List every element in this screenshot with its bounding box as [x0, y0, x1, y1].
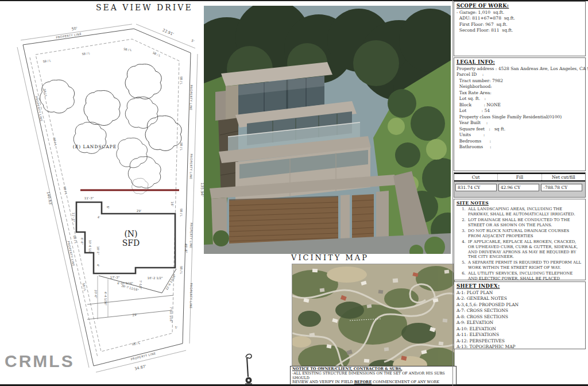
net-cutfill-value: -788.78 CY	[541, 184, 582, 191]
sheet-index-title: SHEET INDEX:	[457, 283, 583, 290]
svg-text:20'-6": 20'-6"	[94, 290, 98, 298]
svg-text:SB / L: SB / L	[180, 209, 183, 217]
svg-text:11'-3": 11'-3"	[72, 213, 75, 222]
svg-text:PROPERTY LINE: PROPERTY LINE	[189, 153, 194, 179]
sheet-index-item: A-10: ELEVATION	[457, 326, 583, 333]
notice-box: NOTICE TO OWNER/CLIENT, CONTRACTOR & SUB…	[290, 366, 457, 385]
sheet-index-item: A-8: CROSS SECTIONS	[457, 314, 583, 321]
building-label: (N)	[124, 229, 137, 238]
site-note: IF APPLICABLE, REPLACE ALL BROKEN, CRACK…	[467, 240, 583, 260]
north-arrow-icon	[234, 352, 261, 386]
site-note: ALL LANDSCAPING AREAS, INCLUDING THE PAR…	[467, 207, 583, 217]
svg-text:26'-7 11/16": 26'-7 11/16"	[121, 284, 140, 292]
site-note: DO NOT BLOCK NATURAL DRAINAGE COURSES FR…	[467, 229, 583, 239]
landscape-label: (E) LANDSCAPE	[73, 144, 117, 149]
sheet-index-item: A-1: PLOT PLAN	[457, 290, 583, 296]
vicinity-map	[292, 264, 455, 380]
cut-fill-header-row: Cut Fill Net cut/fill	[454, 173, 585, 182]
dim-label: 34.87'	[134, 364, 147, 372]
svg-text:SB / L: SB / L	[82, 283, 87, 291]
scope-of-work-panel: SCOPE OF WORK: - Garage: 1,010 sq.ft. AD…	[454, 1, 586, 56]
vicinity-map-title: VICINITY MAP	[291, 253, 369, 262]
building-label: SFD	[122, 238, 140, 248]
svg-text:SB / L: SB / L	[63, 186, 68, 195]
sheet-index-item: A-9: ELEVATION	[457, 320, 583, 326]
dim-label: 50'	[71, 26, 78, 31]
sheet-index-item: A-7: CROSS SECTIONS	[457, 308, 583, 314]
svg-text:PROPERTY LINE: PROPERTY LINE	[189, 283, 194, 308]
dim-label: 5'	[191, 38, 195, 43]
legal-title: LEGAL INFO:	[457, 59, 583, 66]
svg-text:12'-6 13/16": 12'-6 13/16"	[165, 273, 177, 291]
svg-text:49'-8": 49'-8"	[184, 244, 188, 253]
svg-text:SB / L: SB / L	[53, 137, 58, 146]
svg-text:4'-4 1/16": 4'-4 1/16"	[104, 292, 107, 306]
notice-line: REVIEW AND VERIFY IN FIELD BEFORE COMMEN…	[292, 380, 454, 386]
svg-text:SB / L: SB / L	[123, 47, 132, 52]
svg-text:SB / L: SB / L	[180, 76, 183, 85]
svg-text:17'-3": 17'-3"	[110, 276, 120, 279]
site-plan-drawing: 50' 22.91' 5' 135.94' 34.87' 140.63' PRO…	[0, 0, 207, 386]
svg-text:4': 4'	[98, 215, 100, 219]
site-note: A SEPARATE PERMIT IS REQUIRED TO PERFORM…	[467, 260, 583, 271]
fill-value: 42.96 CY	[498, 184, 540, 191]
svg-text:16'-2 1/2": 16'-2 1/2"	[147, 276, 163, 280]
svg-text:SB / L: SB / L	[131, 341, 140, 346]
svg-text:16': 16'	[171, 202, 174, 207]
svg-text:10'-6 1/2": 10'-6 1/2"	[88, 240, 92, 254]
scope-title: SCOPE OF WORK:	[457, 3, 583, 10]
col-header: Net cut/fill	[542, 174, 585, 180]
dim-label: 140.63'	[45, 191, 53, 206]
house-rendering	[204, 6, 451, 254]
svg-text:SB / L: SB / L	[73, 235, 78, 244]
cut-value: 831.74 CY	[455, 184, 497, 191]
right-column-divider	[452, 0, 453, 386]
site-notes-title: SITE NOTES	[457, 200, 583, 206]
svg-text:4': 4'	[96, 264, 100, 267]
svg-text:6': 6'	[106, 206, 110, 209]
plan-sheet: { "titles": { "street": "SEA VIEW DRIVE"…	[0, 0, 588, 386]
svg-text:11'-3": 11'-3"	[84, 196, 94, 200]
sheet-index-item: A-2: GENERAL NOTES	[457, 296, 583, 302]
svg-text:SB / L: SB / L	[180, 266, 183, 275]
site-notes-panel: SITE NOTES ALL LANDSCAPING AREAS, INCLUD…	[454, 199, 586, 280]
legal-info-panel: LEGAL INFO: Property address : 4528 San …	[454, 57, 586, 171]
sheet-index-panel: SHEET INDEX: A-1: PLOT PLAN A-2: GENERAL…	[454, 281, 586, 349]
cut-fill-table: Cut Fill Net cut/fill 831.74 CY 42.96 CY…	[454, 172, 586, 198]
svg-text:6'-6": 6'-6"	[80, 238, 84, 245]
svg-text:SB / L: SB / L	[180, 142, 183, 151]
svg-text:SB / L: SB / L	[43, 88, 48, 97]
svg-text:SB / L: SB / L	[42, 59, 51, 63]
svg-text:SB / L: SB / L	[152, 51, 161, 57]
col-header: Fill	[498, 174, 541, 180]
col-header: Cut	[454, 174, 498, 180]
notice-line: -ALL EXISTING STRUCTURE DIMENSIONS ON TH…	[292, 372, 454, 381]
svg-text:29': 29'	[137, 209, 142, 213]
sheet-index-item: A-3,4,5,6: PROPOSED PLAN	[457, 302, 583, 308]
sheet-index-item: A-13: TOPOGRAPHIC MAP	[457, 344, 583, 350]
svg-text:7'-1/2": 7'-1/2"	[139, 280, 142, 290]
svg-text:18'-1": 18'-1"	[96, 246, 100, 254]
svg-text:PROPERTY LINE: PROPERTY LINE	[189, 84, 194, 110]
svg-text:29': 29'	[132, 313, 137, 317]
watermark: CRMLS	[5, 352, 75, 371]
sheet-index-item: A-11: ELEVATIONS	[457, 332, 583, 338]
svg-text:7'-10 1/16": 7'-10 1/16"	[169, 307, 173, 323]
site-note: LOT DRAINAGE SHALL BE CONDUCTED TO THE S…	[467, 218, 583, 228]
svg-text:PROPERTY LINE: PROPERTY LINE	[130, 352, 156, 361]
svg-text:5': 5'	[175, 326, 178, 329]
svg-text:SB / L: SB / L	[82, 51, 90, 56]
svg-text:PROPERTY LINE: PROPERTY LINE	[189, 222, 194, 248]
sheet-index-item: A-12: PERSPECTIVES	[457, 338, 583, 345]
cut-fill-value-row: 831.74 CY 42.96 CY -788.78 CY	[455, 184, 584, 191]
